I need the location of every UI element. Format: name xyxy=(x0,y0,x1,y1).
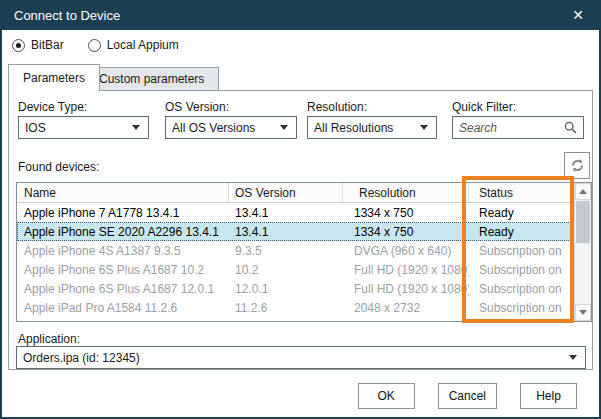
table-header: Name OS Version Resolution Status xyxy=(17,183,591,203)
device-type-label: Device Type: xyxy=(18,100,87,114)
refresh-icon xyxy=(570,158,585,173)
tab-custom-parameters[interactable]: Custom parameters xyxy=(84,67,219,91)
chevron-down-icon xyxy=(420,125,428,130)
cell-os-version: 10.2 xyxy=(229,260,343,279)
cell-name: Apple iPhone 7 A1778 13.4.1 xyxy=(17,203,229,222)
table-row[interactable]: Apple iPhone 6S Plus A1687 12.0.1 12.0.1… xyxy=(17,279,591,298)
scroll-down-button[interactable] xyxy=(575,304,591,321)
cell-status: Subscription only xyxy=(469,241,562,260)
os-version-label: OS Version: xyxy=(165,100,229,114)
cell-os-version: 11.2.6 xyxy=(229,298,343,316)
scroll-up-button[interactable] xyxy=(575,183,591,200)
os-version-value: All OS Versions xyxy=(172,121,280,135)
arrow-down-icon xyxy=(579,310,587,315)
connect-to-device-dialog: Connect to Device ✕ BitBar Local Appium … xyxy=(0,0,601,419)
radio-bitbar-label: BitBar xyxy=(31,38,64,52)
radio-bitbar[interactable]: BitBar xyxy=(12,38,64,52)
ok-button[interactable]: OK xyxy=(358,383,415,409)
radio-local-appium-label: Local Appium xyxy=(107,38,179,52)
table-row[interactable]: Apple iPhone 4S A1387 9.3.5 9.3.5 DVGA (… xyxy=(17,241,591,260)
resolution-value: All Resolutions xyxy=(314,121,420,135)
search-icon xyxy=(564,121,577,134)
cancel-button[interactable]: Cancel xyxy=(438,383,497,409)
resolution-select[interactable]: All Resolutions xyxy=(307,116,437,139)
search-input[interactable] xyxy=(453,117,564,138)
application-value: Orders.ipa (id: 12345) xyxy=(23,351,569,365)
cell-name: Apple iPhone 6S Plus A1687 10.2 xyxy=(17,260,229,279)
application-label: Application: xyxy=(18,332,80,346)
cell-name: Apple iPhone 4S A1387 9.3.5 xyxy=(17,241,229,260)
cell-os-version: 9.3.5 xyxy=(229,241,343,260)
device-type-value: IOS xyxy=(25,121,132,135)
column-header-resolution[interactable]: Resolution xyxy=(343,183,469,202)
cell-status: Ready xyxy=(469,203,562,222)
cell-name: Apple iPhone SE 2020 A2296 13.4.1 xyxy=(17,222,229,241)
table-row[interactable]: Apple iPhone 7 A1778 13.4.1 13.4.1 1334 … xyxy=(17,203,591,222)
found-devices-label: Found devices: xyxy=(18,160,99,174)
titlebar: Connect to Device ✕ xyxy=(0,0,601,30)
radio-circle xyxy=(12,39,25,52)
cell-resolution: Full HD (1920 x 1080) xyxy=(343,260,469,279)
cell-resolution: DVGA (960 x 640) xyxy=(343,241,469,260)
refresh-button[interactable] xyxy=(564,152,590,179)
chevron-down-icon xyxy=(280,125,288,130)
window-title: Connect to Device xyxy=(14,8,120,23)
scrollbar-thumb[interactable] xyxy=(576,201,590,243)
table-body: Apple iPhone 7 A1778 13.4.1 13.4.1 1334 … xyxy=(17,203,591,316)
vertical-scrollbar[interactable] xyxy=(574,183,591,321)
tab-parameters[interactable]: Parameters xyxy=(8,64,100,91)
chevron-down-icon xyxy=(132,125,140,130)
cell-status: Subscription only xyxy=(469,279,562,298)
os-version-select[interactable]: All OS Versions xyxy=(165,116,297,139)
table-row[interactable]: Apple iPad Pro A1584 11.2.6 11.2.6 2048 … xyxy=(17,298,591,316)
cell-os-version: 12.0.1 xyxy=(229,279,343,298)
help-button[interactable]: Help xyxy=(520,383,577,409)
cell-resolution: 2048 x 2732 xyxy=(343,298,469,316)
cell-status: Subscription only xyxy=(469,298,562,316)
arrow-up-icon xyxy=(579,189,587,194)
cell-resolution: 1334 x 750 xyxy=(343,222,469,241)
column-header-status[interactable]: Status xyxy=(469,183,562,202)
cell-name: Apple iPhone 6S Plus A1687 12.0.1 xyxy=(17,279,229,298)
connection-type-group: BitBar Local Appium xyxy=(12,38,179,52)
cell-status: Subscription only xyxy=(469,260,562,279)
device-type-select[interactable]: IOS xyxy=(18,116,149,139)
cell-name: Apple iPad Pro A1584 11.2.6 xyxy=(17,298,229,316)
cell-os-version: 13.4.1 xyxy=(229,203,343,222)
cell-resolution: 1334 x 750 xyxy=(343,203,469,222)
cell-status: Ready xyxy=(469,222,562,241)
quick-filter-label: Quick Filter: xyxy=(452,100,516,114)
dialog-buttons: OK Cancel Help xyxy=(358,383,577,409)
application-select[interactable]: Orders.ipa (id: 12345) xyxy=(16,346,586,369)
cell-os-version: 13.4.1 xyxy=(229,222,343,241)
table-row[interactable]: Apple iPhone 6S Plus A1687 10.2 10.2 Ful… xyxy=(17,260,591,279)
radio-circle xyxy=(88,39,101,52)
resolution-label: Resolution: xyxy=(307,100,367,114)
close-icon[interactable]: ✕ xyxy=(567,4,589,26)
found-devices-table: Name OS Version Resolution Status Apple … xyxy=(16,182,592,322)
radio-local-appium[interactable]: Local Appium xyxy=(88,38,179,52)
cell-resolution: Full HD (1920 x 1080) xyxy=(343,279,469,298)
column-header-name[interactable]: Name xyxy=(17,183,229,202)
table-row[interactable]: Apple iPhone SE 2020 A2296 13.4.1 13.4.1… xyxy=(17,222,591,241)
quick-filter-box xyxy=(452,116,584,139)
column-header-os-version[interactable]: OS Version xyxy=(229,183,343,202)
chevron-down-icon xyxy=(569,355,577,360)
